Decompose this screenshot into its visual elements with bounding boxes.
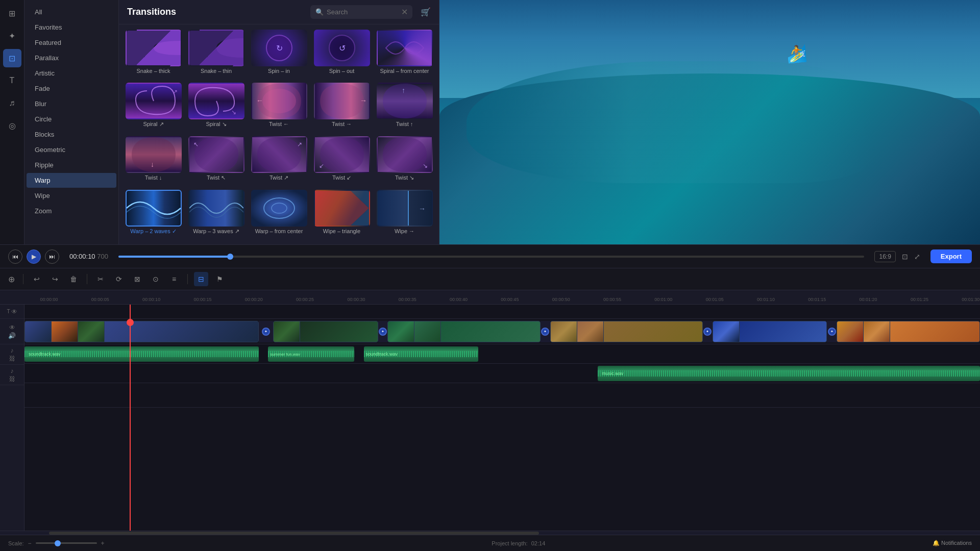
search-bar[interactable]: 🔍 ✕ <box>310 5 412 19</box>
music-note-2-icon[interactable]: ♪ <box>11 367 14 374</box>
playhead-handle[interactable] <box>127 319 134 326</box>
horizontal-scrollbar[interactable] <box>0 531 980 535</box>
transition-twist-dr[interactable]: ↘ Twist ↘ <box>374 135 435 187</box>
rotate-button[interactable]: ⟳ <box>112 272 126 286</box>
scale-increase-icon[interactable]: + <box>101 540 105 547</box>
next-frame-button[interactable]: ⏭ <box>45 249 59 264</box>
audio-clip-4[interactable]: music.wav <box>598 366 980 381</box>
audio-button[interactable]: ≡ <box>167 272 181 286</box>
sidebar-item-warp[interactable]: Warp <box>27 173 116 188</box>
transition-snake-thin[interactable]: Snake – thin <box>186 29 247 80</box>
delete-button[interactable]: 🗑 <box>66 272 81 286</box>
icon-transitions[interactable]: ⊡ <box>3 49 21 67</box>
clear-search-icon[interactable]: ✕ <box>401 7 408 17</box>
crop-button[interactable]: ⊠ <box>130 272 144 286</box>
music-note-icon[interactable]: ♪ <box>11 347 14 354</box>
playback-progress[interactable] <box>118 256 865 258</box>
track-label-video-icon[interactable]: 👁 <box>9 324 15 331</box>
track-label-icon[interactable]: T <box>7 309 10 314</box>
search-input[interactable] <box>327 8 398 16</box>
transition-spiral-nw[interactable]: ↗ Spiral ↗ <box>123 82 184 133</box>
audio-track-label-1: ♪ ⛓ <box>0 344 24 365</box>
transition-wipe-triangle[interactable]: Wipe – triangle <box>311 189 372 240</box>
sidebar-item-favorites[interactable]: Favorites <box>27 20 116 35</box>
scale-slider[interactable] <box>36 542 97 544</box>
redo-button[interactable]: ↪ <box>48 272 62 286</box>
transition-tool-button[interactable]: ⊟ <box>194 272 208 286</box>
undo-button[interactable]: ↩ <box>30 272 44 286</box>
transition-warp-2waves[interactable]: Warp – 2 waves ✓ <box>123 189 184 240</box>
video-clip-3[interactable] <box>387 321 541 342</box>
track-label-audio-icon[interactable]: 🔊 <box>8 332 16 339</box>
sidebar-item-blur[interactable]: Blur <box>27 96 116 111</box>
transition-twist-dl[interactable]: ↙ Twist ↙ <box>311 135 372 187</box>
marker-button[interactable]: ⚑ <box>212 272 227 286</box>
transition-spiral-se[interactable]: ↘ Spiral ↘ <box>186 82 247 133</box>
audio-clip-3[interactable]: soundtrack.wav <box>364 346 479 362</box>
icon-media[interactable]: ⊞ <box>3 4 21 22</box>
transition-warp-from-center[interactable]: Warp – from center <box>249 189 309 240</box>
icon-stickers[interactable]: ◎ <box>3 116 21 135</box>
transition-connector-4[interactable]: ✦ <box>703 328 712 336</box>
progress-handle[interactable] <box>227 254 233 260</box>
notifications-button[interactable]: 🔔 Notifications <box>933 540 972 546</box>
transition-twist-up[interactable]: ↑ Twist ↑ <box>374 82 435 133</box>
sidebar-item-ripple[interactable]: Ripple <box>27 158 116 172</box>
transition-name: Snake – thick <box>126 68 182 74</box>
sidebar-item-wipe[interactable]: Wipe <box>27 188 116 203</box>
sidebar-item-parallax[interactable]: Parallax <box>27 51 116 65</box>
transition-spin-out[interactable]: ↺ Spin – out <box>311 29 372 80</box>
scale-decrease-icon[interactable]: − <box>28 540 32 547</box>
sidebar-item-circle[interactable]: Circle <box>27 112 116 127</box>
transition-twist-ur[interactable]: ↗ Twist ↗ <box>249 135 309 187</box>
track-visibility-icon[interactable]: 👁 <box>11 308 17 315</box>
icon-audio[interactable]: ♬ <box>3 94 21 112</box>
transition-warp-3waves[interactable]: Warp – 3 waves ↗ <box>186 189 247 240</box>
sidebar-item-all[interactable]: All <box>27 5 116 19</box>
cart-icon[interactable]: 🛒 <box>421 7 431 17</box>
video-clip-4[interactable] <box>550 321 703 342</box>
audio-clip-2[interactable]: summer fun.wav <box>268 346 354 362</box>
sidebar-item-featured[interactable]: Featured <box>27 35 116 50</box>
transition-spiral-center[interactable]: Spiral – from center <box>374 29 435 80</box>
link-2-icon[interactable]: ⛓ <box>9 375 15 383</box>
prev-frame-button[interactable]: ⏮ <box>8 249 22 264</box>
sidebar-item-geometric[interactable]: Geometric <box>27 142 116 157</box>
scroll-thumb[interactable] <box>49 532 539 535</box>
transition-wipe-right[interactable]: → Wipe → <box>374 189 435 240</box>
fit-screen-icon[interactable]: ⊡ <box>902 253 908 261</box>
transition-snake-thick[interactable]: Snake – thick <box>123 29 184 80</box>
transition-connector-3[interactable]: ✦ <box>541 328 549 336</box>
transition-connector-5[interactable]: ✦ <box>828 328 836 336</box>
add-track-button[interactable]: ⊕ <box>6 272 17 286</box>
sidebar-item-fade[interactable]: Fade <box>27 81 116 96</box>
icon-effects[interactable]: ✦ <box>3 27 21 45</box>
svg-text:↺: ↺ <box>338 44 345 53</box>
play-button[interactable]: ▶ <box>27 249 41 264</box>
sidebar-item-zoom[interactable]: Zoom <box>27 204 116 218</box>
audio-track-label-2: ♪ ⛓ <box>0 365 24 385</box>
video-clip-5[interactable] <box>713 321 827 342</box>
audio-clip-1[interactable]: soundtrack.wav <box>24 346 259 362</box>
sidebar-item-blocks[interactable]: Blocks <box>27 127 116 142</box>
video-clip-6[interactable] <box>837 321 980 342</box>
fullscreen-icon[interactable]: ⤢ <box>914 253 920 261</box>
aspect-ratio-selector[interactable]: 16:9 <box>874 251 895 262</box>
export-button[interactable]: Export <box>930 249 972 263</box>
transition-twist-down[interactable]: ↓ Twist ↓ <box>123 135 184 187</box>
sidebar-item-artistic[interactable]: Artistic <box>27 66 116 81</box>
icon-text[interactable]: T <box>3 71 21 90</box>
video-clip-2[interactable] <box>273 321 378 342</box>
cut-button[interactable]: ✂ <box>93 272 108 286</box>
audio-clip-label-3: soundtrack.wav <box>366 352 398 357</box>
transition-twist-right[interactable]: → Twist → <box>311 82 372 133</box>
transition-connector-1[interactable]: ✦ <box>262 328 270 336</box>
transition-twist-left[interactable]: ← Twist ← <box>249 82 309 133</box>
video-clip-1[interactable] <box>24 321 259 342</box>
color-button[interactable]: ⊙ <box>149 272 163 286</box>
link-icon[interactable]: ⛓ <box>9 355 15 362</box>
audio-clip-label-2: summer fun.wav <box>270 352 300 357</box>
transition-spin-in[interactable]: ↻ Spin – in <box>249 29 309 80</box>
transition-connector-2[interactable]: ✦ <box>379 328 387 336</box>
transition-twist-ul[interactable]: ↖ Twist ↖ <box>186 135 247 187</box>
